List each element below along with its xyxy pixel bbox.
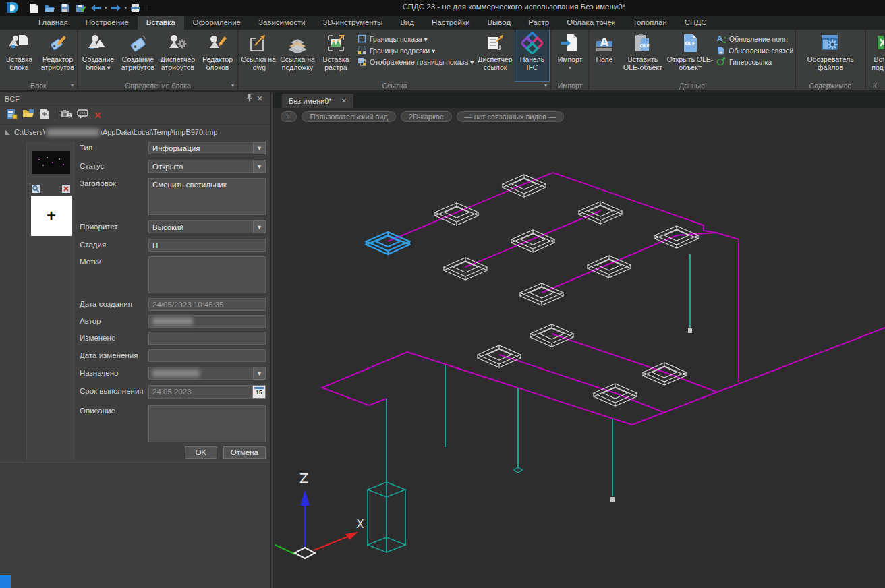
description-textarea[interactable] — [148, 405, 266, 442]
redo-icon[interactable] — [109, 2, 123, 14]
block-dialog-launcher-icon[interactable]: ▾ — [71, 81, 74, 90]
menu-tab-Топоплан[interactable]: Топоплан — [624, 16, 676, 30]
wire-polyline — [322, 352, 407, 405]
zoom-viewpoint-icon[interactable] — [32, 183, 40, 196]
stage-input[interactable]: П — [148, 239, 266, 252]
title-textarea[interactable]: Сменить светильник — [148, 178, 266, 215]
create-attributes-button[interactable]: Создание атрибутов — [118, 30, 158, 81]
chevron-down-icon[interactable]: ▼ — [253, 160, 266, 173]
view-pill[interactable]: 2D-каркас — [401, 111, 452, 122]
menu-tab-Растр[interactable]: Растр — [519, 16, 558, 30]
priority-select[interactable]: Высокий▼ — [148, 220, 266, 233]
menu-tab-Зависимости[interactable]: Зависимости — [250, 16, 314, 30]
ole-open-button[interactable]: OLE Открыть OLE-объект — [666, 30, 714, 81]
menu-tab-3D-инструменты[interactable]: 3D-инструменты — [314, 16, 391, 30]
view-pill[interactable]: Пользовательский вид — [302, 111, 395, 122]
xref-manager-icon — [484, 32, 506, 54]
display-bounds-button[interactable]: Отображение границы показа ▾ — [358, 57, 472, 66]
menu-tab-Построение[interactable]: Построение — [77, 16, 138, 30]
bcf-delete-icon[interactable]: ✕ — [94, 111, 102, 120]
ole-open-label: Открыть OLE-объект — [666, 56, 714, 71]
block-editor-button[interactable]: Редактор блоков — [198, 30, 237, 81]
clip-bounds-button[interactable]: Границы подрезки ▾ — [358, 46, 472, 55]
blockdef-dialog-launcher-icon[interactable]: ▾ — [231, 81, 234, 90]
modified-by-input[interactable] — [148, 332, 266, 345]
xref-manager-button[interactable]: Диспетчер ссылок — [475, 30, 515, 81]
chevron-down-icon[interactable]: ▼ — [253, 220, 266, 233]
qat-more-icon[interactable]: ⸬ — [144, 2, 148, 14]
menu-tab-Облака точек[interactable]: Облака точек — [558, 16, 624, 30]
bcf-toolbar: ✕ — [0, 106, 270, 125]
chevron-down-icon[interactable]: ▼ — [253, 142, 266, 154]
app-logo-icon[interactable] — [0, 0, 23, 16]
pin-icon[interactable] — [244, 94, 254, 103]
file-browser-button[interactable]: Обозреватель файлов — [798, 30, 863, 81]
import-button[interactable]: Импорт ▾ — [552, 30, 588, 81]
menu-tab-Настройки[interactable]: Настройки — [423, 16, 478, 30]
ok-button[interactable]: OK — [185, 446, 217, 459]
xref-underlay-button[interactable]: Ссылка на подложку — [278, 30, 317, 81]
tags-textarea[interactable] — [148, 256, 266, 293]
close-tab-icon[interactable]: ✕ — [341, 97, 347, 105]
menu-tab-Оформление[interactable]: Оформление — [184, 16, 250, 30]
menu-tab-СПДС[interactable]: СПДС — [676, 16, 716, 30]
undo-caret-icon[interactable]: ▾ — [105, 2, 107, 14]
save-all-icon[interactable] — [74, 2, 87, 14]
add-viewpoint-tile[interactable]: + — [31, 196, 72, 236]
print-icon[interactable] — [129, 2, 142, 14]
new-file-icon[interactable] — [27, 2, 40, 14]
document-tab[interactable]: Без имени0* ✕ — [282, 94, 353, 108]
menu-tab-Главная[interactable]: Главная — [30, 16, 77, 30]
ifc-panel-icon — [521, 32, 543, 54]
viewpoint-thumbnail[interactable] — [32, 151, 70, 174]
hyperlink-button[interactable]: Гиперссылка — [716, 57, 792, 66]
cancel-button[interactable]: Отмена — [223, 446, 266, 459]
field-button[interactable]: A Поле — [590, 30, 619, 81]
bcf-save-icon[interactable] — [39, 109, 50, 122]
drawing-canvas[interactable]: +Пользовательский вид2D-каркас— нет связ… — [273, 108, 885, 588]
attribute-editor-label: Редактор атрибутов — [38, 56, 77, 71]
collapse-triangle-icon[interactable] — [5, 130, 10, 135]
open-icon[interactable] — [42, 2, 56, 14]
calendar-icon[interactable]: 15 — [252, 385, 266, 399]
save-icon[interactable] — [58, 2, 72, 14]
type-select[interactable]: Информация▼ — [148, 142, 266, 154]
view-pill[interactable]: — нет связанных видов — — [457, 111, 564, 122]
due-input[interactable]: 24.05.2023 15 — [148, 385, 266, 399]
undo-icon[interactable] — [89, 2, 103, 14]
attribute-editor-button[interactable]: Редактор атрибутов — [38, 30, 77, 81]
raster-insert-button[interactable]: Вставка растра — [317, 30, 355, 81]
bcf-path-row[interactable]: C:\Users\\AppData\Local\Temp\tmpB970.tmp — [0, 125, 270, 140]
menu-tab-Вывод[interactable]: Вывод — [478, 16, 519, 30]
svg-text:OLE: OLE — [640, 43, 650, 49]
delete-viewpoint-icon[interactable] — [62, 183, 70, 196]
redo-caret-icon[interactable]: ▾ — [125, 2, 127, 14]
ifc-panel-button[interactable]: Панель IFC — [515, 30, 549, 81]
insert-block-button[interactable]: Вставка блока — [0, 30, 38, 81]
quick-access-toolbar: ▾ ▾ ⸬ — [27, 2, 148, 14]
chevron-down-icon[interactable]: ▼ — [253, 367, 266, 380]
attribute-manager-button[interactable]: Диспетчер атрибутов — [158, 30, 198, 81]
xref-dialog-launcher-icon[interactable]: ▾ — [544, 81, 547, 90]
xref-dwg-button[interactable]: Ссылка на .dwg — [239, 30, 278, 81]
bcf-comment-icon[interactable] — [77, 109, 89, 121]
modified-date-input[interactable] — [148, 349, 266, 362]
assigned-select[interactable]: ▼ — [148, 367, 266, 380]
status-select[interactable]: Открыто▼ — [148, 160, 266, 173]
menu-tab-Вставка[interactable]: Вставка — [138, 16, 184, 30]
show-bounds-button[interactable]: Границы показа ▾ — [358, 34, 472, 43]
svg-text:A: A — [600, 36, 609, 49]
links-update-button[interactable]: Обновление связей — [716, 46, 792, 55]
bcf-viewpoint-icon[interactable] — [60, 109, 72, 121]
close-panel-icon[interactable]: ✕ — [254, 94, 265, 103]
field-update-button[interactable]: A Обновление поля — [716, 34, 792, 43]
partial-button[interactable]: Вста подло — [866, 30, 884, 81]
svg-text:OLE: OLE — [685, 41, 695, 47]
ole-insert-button[interactable]: OLE Вставить OLE-объект — [619, 30, 666, 81]
bcf-open-icon[interactable] — [22, 109, 34, 121]
create-block-button[interactable]: Создание блока ▾ — [78, 30, 118, 81]
menu-tab-Вид[interactable]: Вид — [391, 16, 423, 30]
group-label-data: Данные — [679, 82, 705, 90]
add-view-pill[interactable]: + — [281, 111, 297, 122]
bcf-new-icon[interactable] — [6, 109, 18, 122]
